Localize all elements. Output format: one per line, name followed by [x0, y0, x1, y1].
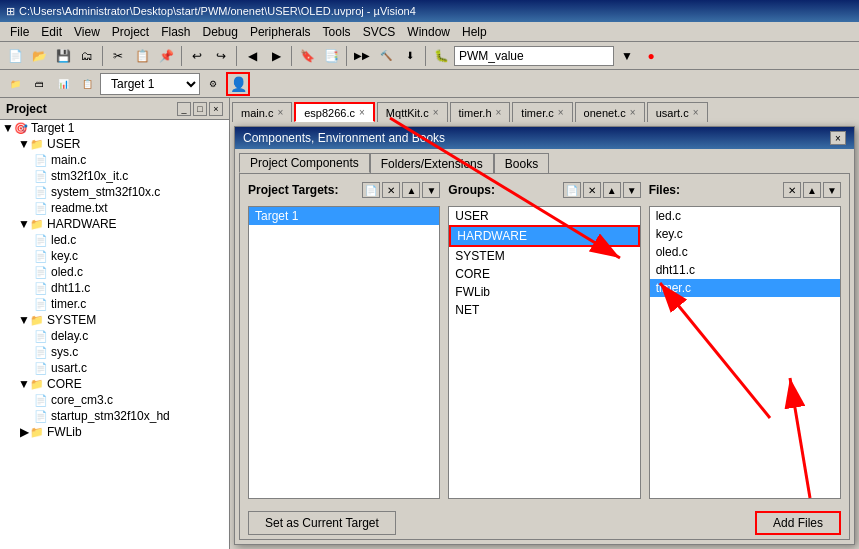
dialog-tab-folders[interactable]: Folders/Extensions: [370, 153, 494, 173]
file-item-0[interactable]: led.c: [650, 207, 840, 225]
panel-close-btn[interactable]: ×: [209, 102, 223, 116]
menu-help[interactable]: Help: [456, 23, 493, 41]
save-btn[interactable]: 💾: [52, 45, 74, 67]
bookmark-btn[interactable]: 🔖: [296, 45, 318, 67]
tab-mqttkit-c[interactable]: MqttKit.c ×: [377, 102, 448, 122]
rebuild-btn[interactable]: 🔨: [375, 45, 397, 67]
tree-delay-c[interactable]: 📄 delay.c: [0, 328, 229, 344]
menu-svcs[interactable]: SVCS: [357, 23, 402, 41]
file-item-4[interactable]: timer.c: [650, 279, 840, 297]
group-item-5[interactable]: NET: [449, 301, 639, 319]
tree-dht11-c[interactable]: 📄 dht11.c: [0, 280, 229, 296]
tab-timer-h[interactable]: timer.h ×: [450, 102, 511, 122]
tab-close-timer-c[interactable]: ×: [558, 107, 564, 118]
tree-readme[interactable]: 📄 readme.txt: [0, 200, 229, 216]
manage-components-btn[interactable]: 👤: [226, 72, 250, 96]
redo-btn[interactable]: ↪: [210, 45, 232, 67]
target-dropdown[interactable]: Target 1: [100, 73, 200, 95]
groups-down-btn[interactable]: ▼: [623, 182, 641, 198]
right-btn[interactable]: ▶: [265, 45, 287, 67]
undo-btn[interactable]: ↩: [186, 45, 208, 67]
tab-usart-c[interactable]: usart.c ×: [647, 102, 708, 122]
dialog-tab-project[interactable]: Project Components: [239, 153, 370, 173]
group-item-0[interactable]: USER: [449, 207, 639, 225]
targets-del-btn[interactable]: ✕: [382, 182, 400, 198]
tab-timer-c[interactable]: timer.c ×: [512, 102, 572, 122]
menu-window[interactable]: Window: [401, 23, 456, 41]
files-up-btn[interactable]: ▲: [803, 182, 821, 198]
file-item-2[interactable]: oled.c: [650, 243, 840, 261]
menu-peripherals[interactable]: Peripherals: [244, 23, 317, 41]
tree-core-cm3[interactable]: 📄 core_cm3.c: [0, 392, 229, 408]
pwm-value-input[interactable]: [454, 46, 614, 66]
add-files-btn[interactable]: Add Files: [755, 511, 841, 535]
dialog-tab-books[interactable]: Books: [494, 153, 549, 173]
tab-onenet-c[interactable]: onenet.c ×: [575, 102, 645, 122]
panel-min-btn[interactable]: _: [177, 102, 191, 116]
groups-del-btn[interactable]: ✕: [583, 182, 601, 198]
menu-project[interactable]: Project: [106, 23, 155, 41]
targets-new-btn[interactable]: 📄: [362, 182, 380, 198]
tab-close-main-c[interactable]: ×: [277, 107, 283, 118]
tab-close-mqttkit-c[interactable]: ×: [433, 107, 439, 118]
tree-sys-c[interactable]: 📄 sys.c: [0, 344, 229, 360]
menu-view[interactable]: View: [68, 23, 106, 41]
files-del-btn[interactable]: ✕: [783, 182, 801, 198]
tree-user-folder[interactable]: ▼ 📁 USER: [0, 136, 229, 152]
tree-main-c[interactable]: 📄 main.c: [0, 152, 229, 168]
tree-hardware-folder[interactable]: ▼ 📁 HARDWARE: [0, 216, 229, 232]
tree-core-folder[interactable]: ▼ 📁 CORE: [0, 376, 229, 392]
menu-edit[interactable]: Edit: [35, 23, 68, 41]
file-item-3[interactable]: dht11.c: [650, 261, 840, 279]
group-item-4[interactable]: FWLib: [449, 283, 639, 301]
file-item-1[interactable]: key.c: [650, 225, 840, 243]
open-btn[interactable]: 📂: [28, 45, 50, 67]
save-all-btn[interactable]: 🗂: [76, 45, 98, 67]
left-btn[interactable]: ◀: [241, 45, 263, 67]
menu-tools[interactable]: Tools: [317, 23, 357, 41]
tab-close-onenet-c[interactable]: ×: [630, 107, 636, 118]
files-down-btn[interactable]: ▼: [823, 182, 841, 198]
options-btn[interactable]: ⚙: [202, 73, 224, 95]
cut-btn[interactable]: ✂: [107, 45, 129, 67]
tree-key-c[interactable]: 📄 key.c: [0, 248, 229, 264]
menu-file[interactable]: File: [4, 23, 35, 41]
debug-btn[interactable]: 🐛: [430, 45, 452, 67]
targets-down-btn[interactable]: ▼: [422, 182, 440, 198]
tab-close-usart-c[interactable]: ×: [693, 107, 699, 118]
target-item-0[interactable]: Target 1: [249, 207, 439, 225]
tree-fwlib-folder[interactable]: ▶ 📁 FWLib: [0, 424, 229, 440]
tab-close-esp8266-c[interactable]: ×: [359, 107, 365, 118]
func-btn[interactable]: 📊: [52, 73, 74, 95]
tree-system-folder[interactable]: ▼ 📁 SYSTEM: [0, 312, 229, 328]
tree-target[interactable]: ▼ 🎯 Target 1: [0, 120, 229, 136]
run-btn[interactable]: ●: [640, 45, 662, 67]
groups-new-btn[interactable]: 📄: [563, 182, 581, 198]
menu-flash[interactable]: Flash: [155, 23, 196, 41]
group-item-3[interactable]: CORE: [449, 265, 639, 283]
paste-btn[interactable]: 📌: [155, 45, 177, 67]
groups-up-btn[interactable]: ▲: [603, 182, 621, 198]
bookmarks-btn[interactable]: 📑: [320, 45, 342, 67]
group-item-1[interactable]: HARDWARE: [449, 225, 639, 247]
build-btn[interactable]: ▶▶: [351, 45, 373, 67]
dialog-close-btn[interactable]: ×: [830, 131, 846, 145]
tab-esp8266-c[interactable]: esp8266.c ×: [294, 102, 375, 122]
multi-btn[interactable]: 🗃: [28, 73, 50, 95]
group-item-2[interactable]: SYSTEM: [449, 247, 639, 265]
tree-usart-c[interactable]: 📄 usart.c: [0, 360, 229, 376]
dropdown-btn[interactable]: ▼: [616, 45, 638, 67]
tree-stm32-it[interactable]: 📄 stm32f10x_it.c: [0, 168, 229, 184]
tree-oled-c[interactable]: 📄 oled.c: [0, 264, 229, 280]
tree-system-stm32[interactable]: 📄 system_stm32f10x.c: [0, 184, 229, 200]
set-current-target-btn[interactable]: Set as Current Target: [248, 511, 396, 535]
templ-btn[interactable]: 📋: [76, 73, 98, 95]
download-btn[interactable]: ⬇: [399, 45, 421, 67]
tree-led-c[interactable]: 📄 led.c: [0, 232, 229, 248]
new-btn[interactable]: 📄: [4, 45, 26, 67]
tree-timer-c[interactable]: 📄 timer.c: [0, 296, 229, 312]
tree-startup[interactable]: 📄 startup_stm32f10x_hd: [0, 408, 229, 424]
menu-debug[interactable]: Debug: [197, 23, 244, 41]
targets-up-btn[interactable]: ▲: [402, 182, 420, 198]
tab-main-c[interactable]: main.c ×: [232, 102, 292, 122]
